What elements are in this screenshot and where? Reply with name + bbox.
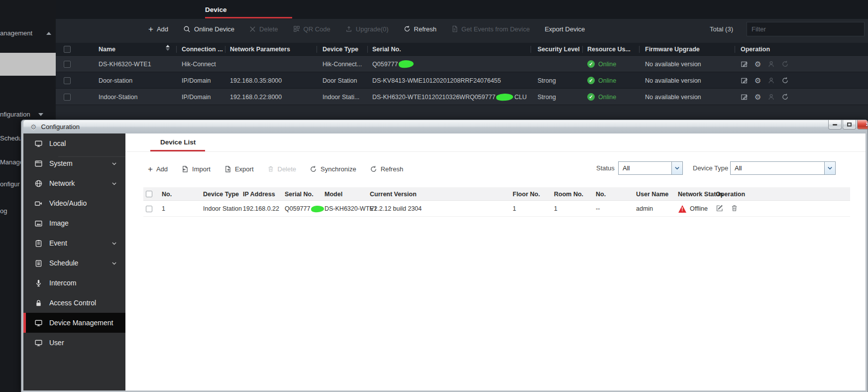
sidebar-item-label: Intercom — [49, 279, 76, 287]
device-type-select[interactable]: All — [730, 161, 836, 175]
config-sidebar: Local System Network Video/Audio — [23, 133, 125, 391]
monitor-icon — [34, 319, 43, 327]
device-type-select-value: All — [731, 164, 824, 172]
col-resource-usage[interactable]: Resource Us... — [587, 43, 631, 56]
divider — [317, 46, 317, 53]
row-checkbox[interactable] — [64, 61, 71, 68]
user-icon[interactable] — [767, 77, 775, 84]
refresh-button[interactable]: Refresh — [404, 25, 437, 33]
col-device-type[interactable]: Device Type — [323, 43, 358, 56]
row-checkbox[interactable] — [64, 94, 71, 101]
sidebar-item-access-control[interactable]: Access Control — [23, 293, 125, 313]
cell-no2: -- — [596, 201, 600, 217]
cell-network-status: ! Offline — [678, 201, 708, 217]
upload-icon — [345, 25, 352, 32]
document-icon — [451, 25, 458, 32]
cell-device-type: Hik-Connect... — [323, 56, 362, 72]
sidebar-selected-item[interactable] — [0, 53, 56, 76]
sidebar-item-user[interactable]: User — [23, 333, 125, 353]
cell-serial: DS-KV8413-WME10120201208RRF24076455 — [372, 72, 501, 89]
select-all-checkbox[interactable] — [64, 43, 71, 56]
image-icon — [34, 219, 43, 228]
edit-icon[interactable] — [741, 60, 748, 68]
sidebar-item-schedule[interactable]: Schedule — [23, 253, 125, 273]
row-checkbox[interactable] — [64, 77, 71, 84]
tab-device-list-label: Device List — [160, 138, 196, 146]
col-security-level[interactable]: Security Level — [538, 43, 580, 56]
sidebar-item-local[interactable]: Local — [23, 133, 125, 153]
table-row[interactable]: Indoor-Station IP/Domain 192.168.0.22:80… — [56, 89, 868, 105]
filter-input[interactable] — [747, 22, 865, 36]
col-ip-address: IP Address — [243, 187, 275, 201]
checkbox[interactable] — [64, 46, 71, 53]
upgrade-label: Upgrade(0) — [356, 25, 389, 33]
col-connection[interactable]: Connection ... — [182, 43, 223, 56]
edit-icon[interactable] — [716, 204, 724, 214]
tab-device-list[interactable]: Device List — [160, 138, 196, 146]
table-row[interactable]: Door-station IP/Domain 192.168.0.35:8000… — [56, 72, 868, 89]
close-button[interactable]: ✕ — [857, 120, 868, 130]
monitor-icon — [34, 139, 43, 148]
sidebar-item-manage[interactable]: Manage — [0, 158, 22, 166]
user-icon[interactable] — [767, 93, 775, 101]
sidebar-item-network[interactable]: Network — [23, 173, 125, 193]
gear-icon[interactable]: ⚙ — [755, 77, 761, 84]
select-all-checkbox[interactable] — [146, 191, 152, 197]
sidebar-item-device-management[interactable]: Device Management — [23, 313, 125, 333]
window-titlebar[interactable]: ⚙ Configuration ✕ — [23, 120, 866, 133]
edit-icon[interactable] — [741, 93, 748, 101]
censor-blob — [311, 205, 325, 212]
sidebar-item-intercom[interactable]: Intercom — [23, 273, 125, 293]
col-firmware-upgrade[interactable]: Firmware Upgrade — [645, 43, 700, 56]
cell-security: Strong — [538, 89, 556, 105]
status-select[interactable]: All — [618, 161, 683, 175]
device-list-row[interactable]: 1 Indoor Station 192.168.0.22 Q059777 DS… — [143, 201, 850, 217]
table-row[interactable]: DS-KH6320-WTE1 Hik-Connect Hik-Connect..… — [56, 56, 868, 72]
upgrade-button[interactable]: Upgrade(0) — [345, 25, 389, 33]
gear-icon[interactable]: ⚙ — [755, 60, 761, 68]
status-badge: ✓Online — [587, 93, 616, 101]
col-network-parameters[interactable]: Network Parameters — [230, 43, 290, 56]
trash-icon[interactable] — [731, 204, 738, 213]
edit-icon[interactable] — [741, 77, 748, 84]
device-list-header: No. Device Type IP Address Serial No. Mo… — [143, 187, 850, 201]
col-floor-no: Floor No. — [513, 187, 540, 201]
minimize-button[interactable] — [828, 120, 842, 130]
sync-icon[interactable] — [781, 60, 789, 68]
maximize-button[interactable] — [843, 120, 856, 130]
sidebar-item-configurations[interactable]: onfigur — [0, 180, 22, 188]
online-device-button[interactable]: Online Device — [183, 25, 234, 33]
sidebar-item-system[interactable]: System — [23, 153, 125, 173]
delete-device-button[interactable]: Delete — [249, 25, 278, 33]
sidebar-item-label: User — [49, 339, 64, 347]
sidebar-item-schedule[interactable]: Schedul — [0, 134, 22, 142]
sync-icon[interactable] — [781, 93, 789, 101]
total-count: Total (3) — [710, 19, 733, 39]
gear-icon[interactable]: ⚙ — [755, 93, 761, 101]
sidebar-item-log[interactable]: og — [0, 207, 22, 215]
sidebar-item-image[interactable]: Image — [23, 213, 125, 233]
tab-device[interactable]: Device — [205, 0, 227, 19]
chevron-up-icon — [46, 32, 51, 35]
combo-button[interactable] — [824, 162, 835, 174]
sync-icon[interactable] — [781, 77, 789, 84]
sidebar-item-event[interactable]: Event — [23, 233, 125, 253]
add-device-button[interactable]: + Add — [148, 25, 168, 33]
qr-code-button[interactable]: QR Code — [293, 25, 330, 33]
col-name[interactable]: Name — [99, 43, 115, 56]
window-controls: ✕ — [827, 120, 868, 130]
sidebar-item-configuration[interactable]: nfiguration — [0, 110, 56, 119]
total-count-label: Total (3) — [710, 25, 733, 33]
sidebar-item-video-audio[interactable]: Video/Audio — [23, 193, 125, 213]
col-serial[interactable]: Serial No. — [372, 43, 401, 56]
censor-blob — [399, 60, 414, 68]
row-checkbox[interactable] — [146, 206, 152, 212]
sidebar-item-management[interactable]: anagement — [0, 29, 56, 37]
combo-button[interactable] — [671, 162, 682, 174]
cell-user: admin — [636, 201, 653, 217]
user-icon[interactable] — [767, 60, 775, 68]
get-events-button[interactable]: Get Events from Device — [451, 25, 530, 33]
export-device-button[interactable]: Export Device — [544, 25, 585, 33]
cell-model: DS-KH6320-WTE1 — [325, 201, 377, 217]
sort-icons[interactable] — [166, 45, 170, 51]
